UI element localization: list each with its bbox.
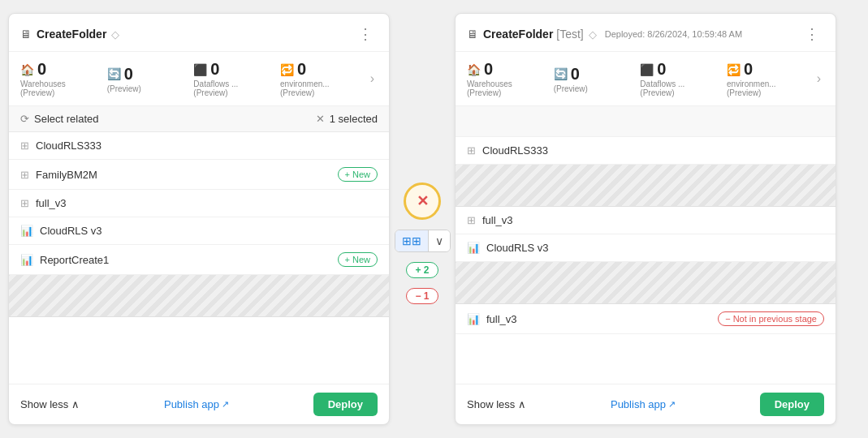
left-stat-dataflows-num: 0 — [210, 60, 219, 79]
deployed-text: Deployed: 8/26/2024, 10:59:48 AM — [605, 29, 742, 39]
preview-icon: 🔄 — [107, 67, 121, 80]
dataflow-icon: ⬛ — [193, 63, 207, 76]
external-link-icon: ↗ — [222, 399, 229, 410]
left-stat-dataflows-label: Dataflows ...(Preview) — [193, 79, 238, 97]
new-badge: + New — [338, 252, 378, 267]
right-stat-env-label: environmen...(Preview) — [727, 79, 776, 97]
show-less-label: Show less — [467, 398, 515, 410]
not-in-previous-stage-badge: − Not in previous stage — [718, 311, 824, 326]
stats-chevron-right[interactable]: › — [367, 68, 378, 89]
select-related-right: ✕ 1 selected — [316, 113, 378, 125]
diamond-icon: ◇ — [589, 28, 597, 41]
bar-icon: 📊 — [20, 225, 33, 237]
grid-icon: ⊞ — [467, 144, 476, 157]
right-publish-app-link[interactable]: Publish app ↗ — [611, 398, 676, 410]
sync-spinner: ✕ — [404, 182, 441, 220]
left-stat-warehouses-num: 0 — [37, 60, 46, 79]
left-stat-env-label: environmen...(Preview) — [280, 79, 330, 97]
right-card: 🖥 CreateFolder [Test] ◇ Deployed: 8/26/2… — [455, 13, 836, 425]
deploy-button[interactable]: Deploy — [313, 393, 378, 416]
bar-icon: 📊 — [467, 242, 480, 254]
list-item[interactable]: 📊 ReportCreate1 + New — [9, 245, 389, 275]
right-stat-warehouses-label: Warehouses(Preview) — [467, 79, 512, 97]
grid-icon: ⊞ — [20, 140, 29, 152]
grid-icon: ⊞ — [467, 214, 476, 226]
left-stat-env: 🔁 0 environmen...(Preview) — [280, 60, 367, 97]
right-stat-env-num: 0 — [744, 60, 753, 79]
new-badge: + New — [338, 167, 378, 182]
item-name: full_v3 — [36, 197, 67, 209]
bar-icon: 📊 — [467, 313, 480, 325]
selected-count: 1 selected — [330, 113, 378, 125]
right-stat-preview-num: 0 — [571, 65, 580, 84]
dataflow-icon: ⬛ — [640, 63, 654, 76]
middle-controls: ✕ ⊞⊞ ∨ + 2 − 1 — [390, 134, 455, 304]
list-item[interactable]: ⊞ full_v3 — [9, 190, 389, 217]
chevron-down-button[interactable]: ∨ — [429, 230, 450, 251]
right-stat-env: 🔁 0 environmen...(Preview) — [727, 60, 814, 97]
list-item[interactable]: ⊞ FamilyBM2M + New — [9, 160, 389, 190]
left-stat-warehouses-label: Warehouses(Preview) — [20, 79, 66, 97]
left-card-title-row: 🖥 CreateFolder ◇ — [20, 28, 119, 41]
list-item[interactable]: ⊞ CloudRLS333 — [9, 132, 389, 160]
list-item[interactable]: 📊 full_v3 − Not in previous stage — [456, 304, 836, 334]
preview-icon: 🔄 — [554, 67, 568, 80]
diamond-icon: ◇ — [111, 28, 119, 41]
show-less-button[interactable]: Show less ∧ — [20, 398, 80, 410]
publish-app-link[interactable]: Publish app ↗ — [164, 398, 229, 410]
share-icon: ⟳ — [20, 113, 29, 125]
right-stats-chevron-right[interactable]: › — [814, 68, 824, 89]
left-card: 🖥 CreateFolder ◇ ⋮ 🏠 0 Warehouses(Previe… — [8, 13, 390, 425]
right-card-title-row: 🖥 CreateFolder [Test] ◇ Deployed: 8/26/2… — [467, 28, 742, 41]
grid-view-button[interactable]: ⊞⊞ — [395, 230, 429, 251]
env-icon: 🔁 — [280, 63, 294, 76]
left-card-title: CreateFolder — [37, 28, 106, 41]
right-card-footer: Show less ∧ Publish app ↗ Deploy — [456, 384, 836, 424]
left-stat-preview: 🔄 0 (Preview) — [107, 65, 194, 93]
diff-add-badge: + 2 — [406, 262, 438, 278]
striped-placeholder — [456, 165, 836, 207]
more-menu-icon[interactable]: ⋮ — [353, 24, 378, 45]
env-icon: 🔁 — [727, 63, 741, 76]
warehouse-icon: 🏠 — [20, 63, 34, 76]
left-card-footer: Show less ∧ Publish app ↗ Deploy — [9, 384, 389, 424]
item-name: CloudRLS v3 — [40, 225, 102, 237]
view-toggle: ⊞⊞ ∨ — [395, 230, 451, 252]
list-item[interactable]: 📊 CloudRLS v3 — [456, 234, 836, 262]
grid-icon: ⊞ — [20, 169, 29, 181]
publish-app-label: Publish app — [164, 398, 219, 410]
spinner-x-icon: ✕ — [417, 192, 429, 210]
right-stat-preview-label: (Preview) — [554, 84, 588, 93]
clear-selection-icon[interactable]: ✕ — [316, 113, 325, 125]
monitor-icon: 🖥 — [20, 28, 32, 41]
right-select-related-placeholder — [456, 106, 836, 137]
right-deploy-button[interactable]: Deploy — [760, 393, 824, 416]
right-show-less-button[interactable]: Show less ∧ — [467, 398, 526, 410]
left-card-header: 🖥 CreateFolder ◇ ⋮ — [9, 14, 389, 52]
more-menu-icon[interactable]: ⋮ — [800, 24, 824, 45]
right-stat-dataflows-num: 0 — [657, 60, 666, 79]
right-stat-warehouses: 🏠 0 Warehouses(Preview) — [467, 60, 554, 97]
right-card-title: CreateFolder [Test] — [483, 28, 584, 41]
right-stat-warehouses-num: 0 — [484, 60, 493, 79]
left-stat-preview-label: (Preview) — [107, 84, 141, 93]
item-name: CloudRLS333 — [36, 140, 101, 152]
item-name: full_v3 — [482, 214, 513, 226]
select-related-left: ⟳ Select related — [20, 113, 99, 125]
list-item[interactable]: ⊞ CloudRLS333 — [456, 137, 836, 165]
item-name: CloudRLS333 — [482, 144, 548, 157]
item-name: FamilyBM2M — [36, 169, 97, 181]
right-publish-app-label: Publish app — [611, 398, 666, 410]
bar-icon: 📊 — [20, 254, 33, 266]
left-item-list: ⊞ CloudRLS333 ⊞ FamilyBM2M + New ⊞ full_… — [9, 132, 389, 384]
item-name: ReportCreate1 — [40, 254, 109, 266]
list-item[interactable]: 📊 CloudRLS v3 — [9, 217, 389, 245]
monitor-icon: 🖥 — [467, 28, 478, 41]
striped-placeholder — [456, 262, 836, 304]
list-item[interactable]: ⊞ full_v3 — [456, 207, 836, 234]
select-related-row: ⟳ Select related ✕ 1 selected — [9, 106, 389, 132]
select-related-label[interactable]: Select related — [34, 113, 99, 125]
left-stat-preview-num: 0 — [124, 65, 133, 84]
left-stat-env-num: 0 — [297, 60, 306, 79]
right-item-list: ⊞ CloudRLS333 ⊞ full_v3 📊 CloudRLS v3 — [456, 137, 836, 384]
